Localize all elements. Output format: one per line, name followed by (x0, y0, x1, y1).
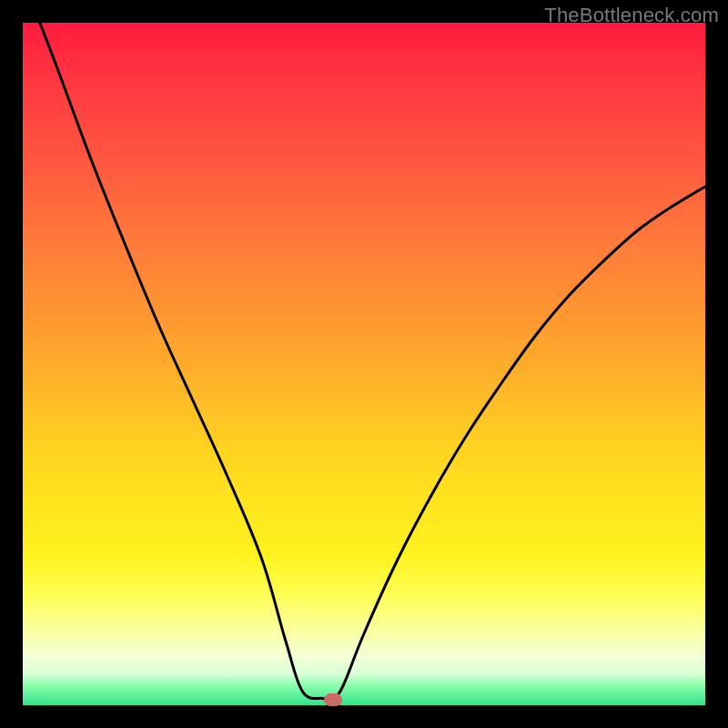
watermark-text: TheBottleneck.com (544, 4, 719, 27)
curve-svg (23, 23, 705, 705)
optimal-point-marker (324, 693, 342, 706)
chart-frame: TheBottleneck.com (0, 0, 728, 728)
gradient-plot-area (23, 23, 705, 705)
bottleneck-curve (40, 23, 705, 700)
